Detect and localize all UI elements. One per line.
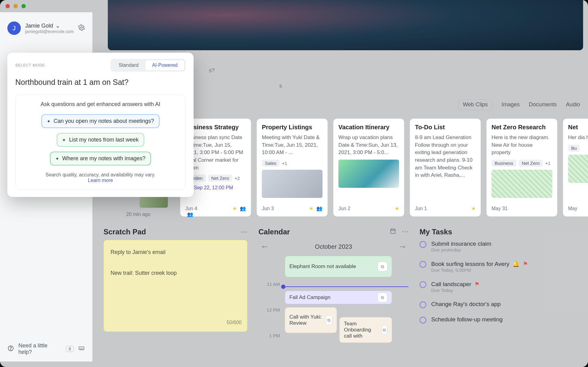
mode-ai-powered[interactable]: AI-Powered <box>145 60 184 70</box>
lower-panels: Scratch Pad ⋯ Reply to Jamie's email New… <box>100 222 588 335</box>
event-link-icon[interactable]: ⧉ <box>378 293 387 302</box>
shared-icon: 👥 <box>316 206 322 211</box>
task-checkbox[interactable] <box>420 241 426 248</box>
calendar-event[interactable]: Fall Ad Campaign⧉ <box>285 291 392 304</box>
event-link-icon[interactable]: ⧉ <box>378 262 387 271</box>
sidebar-footer: Need a little help? 6 <box>0 336 92 361</box>
calendar-month-label: October 2023 <box>315 243 352 250</box>
more-tags[interactable]: +2 <box>235 176 240 181</box>
gear-icon[interactable] <box>78 24 85 32</box>
ai-suggestion-chip[interactable]: ✦Where are my notes with images? <box>50 152 151 165</box>
tag[interactable]: Net Zero <box>519 160 543 167</box>
filter-tab-documents[interactable]: Documents <box>529 101 557 108</box>
mode-standard[interactable]: Standard <box>112 60 145 70</box>
task-list: Submit insurance claim Due yesterday Boo… <box>420 240 588 323</box>
account-email: jamiegold@evernote.com <box>25 29 74 34</box>
note-footer: Jun 1★ <box>415 206 476 211</box>
note-snippet: Here is the new diagram. New Air for hou… <box>492 134 552 157</box>
svg-point-4 <box>10 349 11 350</box>
filter-tab-images[interactable]: Images <box>502 101 520 108</box>
task-checkbox[interactable] <box>420 317 426 323</box>
tag[interactable]: Net Zero <box>208 175 232 182</box>
chevron-down-icon[interactable]: ⌄ <box>55 22 60 29</box>
event-link-icon[interactable]: ⧉ <box>382 325 387 335</box>
time-label: 11 AM <box>258 282 283 307</box>
task-item[interactable]: Submit insurance claim Due yesterday <box>420 240 588 252</box>
note-tags: Sales+1 <box>262 160 322 167</box>
star-icon: ★ <box>471 206 476 211</box>
task-checkbox[interactable] <box>420 261 426 268</box>
note-snippet: Her dia hou <box>568 134 588 142</box>
help-label[interactable]: Need a little help? <box>18 342 62 355</box>
note-date: Jun 1 <box>415 206 427 211</box>
task-item[interactable]: Schedule follow-up meeting <box>420 316 588 323</box>
task-title: Book surfing lessons for Avery <box>431 261 509 267</box>
app-window: ← → J Jamie Gold⌄ jamiegold@evernote.com… <box>0 0 588 367</box>
tag[interactable]: Bu <box>568 145 580 152</box>
note-date: 20 min ago <box>126 212 150 217</box>
filter-tab-web-clips[interactable]: Web Clips <box>458 99 492 110</box>
tag[interactable]: Sales <box>262 160 280 167</box>
note-card[interactable]: Property ListingsMeeting with Yuki Date … <box>257 119 328 217</box>
next-month-button[interactable]: → <box>398 242 407 252</box>
more-tags[interactable]: +1 <box>545 161 550 166</box>
task-item[interactable]: Call landscaper ⚑ Due Today <box>420 281 588 293</box>
note-date: May <box>568 206 577 211</box>
account-header[interactable]: J Jamie Gold⌄ jamiegold@evernote.com <box>0 12 92 35</box>
obscured-section-tail: s <box>279 83 282 89</box>
note-footer: May <box>568 206 588 211</box>
task-item[interactable]: Book surfing lessons for Avery 🔔 ⚑ Due T… <box>420 260 588 273</box>
task-item[interactable]: Change Ray's doctor's app <box>420 301 588 308</box>
ai-search-input[interactable] <box>15 78 186 87</box>
tag[interactable]: Business <box>492 160 516 167</box>
event-label: Team Onboarding call with <box>344 321 379 339</box>
note-card[interactable]: Net Zero ResearchHere is the new diagram… <box>486 119 557 217</box>
calendar-title: Calendar <box>258 228 290 236</box>
more-icon[interactable]: ⋯ <box>402 228 409 236</box>
sparkle-icon: ✦ <box>47 119 51 124</box>
prev-month-button[interactable]: ← <box>260 242 269 252</box>
obscured-question-tail: s? <box>209 67 215 74</box>
note-thumbnail <box>568 155 588 183</box>
scratch-textarea[interactable]: Reply to Jamie's email New trail: Sutter… <box>104 240 247 332</box>
help-icon[interactable] <box>7 345 14 353</box>
note-card[interactable]: Vacation ItineraryWrap up vacation plans… <box>333 119 404 217</box>
calendar-date-icon[interactable] <box>390 228 396 236</box>
note-title: To-Do List <box>415 124 476 131</box>
more-tags[interactable]: +1 <box>282 161 287 166</box>
task-subtext: Due yesterday <box>431 247 491 252</box>
task-checkbox[interactable] <box>420 281 426 288</box>
note-card[interactable]: NetHer dia houBuMay <box>563 119 588 217</box>
event-label: Elephant Room not available <box>289 263 356 270</box>
ai-suggestions-lead: Ask questions and get enhanced answers w… <box>22 101 179 108</box>
note-card[interactable]: To-Do List8-9 am Lead Generation Follow … <box>410 119 481 217</box>
svg-point-0 <box>81 27 82 28</box>
note-thumbnail <box>262 170 322 198</box>
event-label: Fall Ad Campaign <box>289 294 330 301</box>
task-checkbox[interactable] <box>420 301 426 308</box>
calendar-grid: Elephant Room not available⧉Fall Ad Camp… <box>285 256 409 335</box>
flag-icon: ⚑ <box>474 281 480 288</box>
task-title: Schedule follow-up meeting <box>431 316 503 323</box>
learn-more-link[interactable]: Learn more <box>88 178 113 183</box>
keyboard-icon[interactable] <box>78 345 85 353</box>
task-title: Change Ray's doctor's app <box>431 301 501 308</box>
ai-suggestion-chip[interactable]: ✦List my notes from last week <box>57 133 144 147</box>
svg-rect-5 <box>79 347 84 350</box>
calendar-event[interactable]: Team Onboarding call with⧉ <box>339 317 392 343</box>
more-icon[interactable]: ⋯ <box>241 228 247 236</box>
calendar-event[interactable]: Elephant Room not available⧉ <box>285 256 392 277</box>
sparkle-icon: ✦ <box>62 138 66 142</box>
task-subtext: Due Today <box>431 288 480 293</box>
event-link-icon[interactable]: ⧉ <box>326 315 332 325</box>
calendar-event[interactable]: Call with Yuki: Review⧉ <box>285 307 337 333</box>
scratch-line: Reply to Jamie's email <box>111 247 240 257</box>
note-footer: May 31 <box>492 206 552 211</box>
note-snippet: Wrap up vacation plans Date & Time:Sun, … <box>338 134 399 157</box>
note-tags: BusinessNet Zero+1 <box>492 160 552 167</box>
filter-tab-audio[interactable]: Audio <box>566 101 580 108</box>
flag-icon: ⚑ <box>523 260 528 267</box>
note-date: Jun 3 <box>262 206 274 211</box>
ai-suggestion-chip[interactable]: ✦Can you open my notes about meetings? <box>41 114 160 128</box>
calendar-time-column: 11 AM12 PM1 PM <box>258 256 283 359</box>
